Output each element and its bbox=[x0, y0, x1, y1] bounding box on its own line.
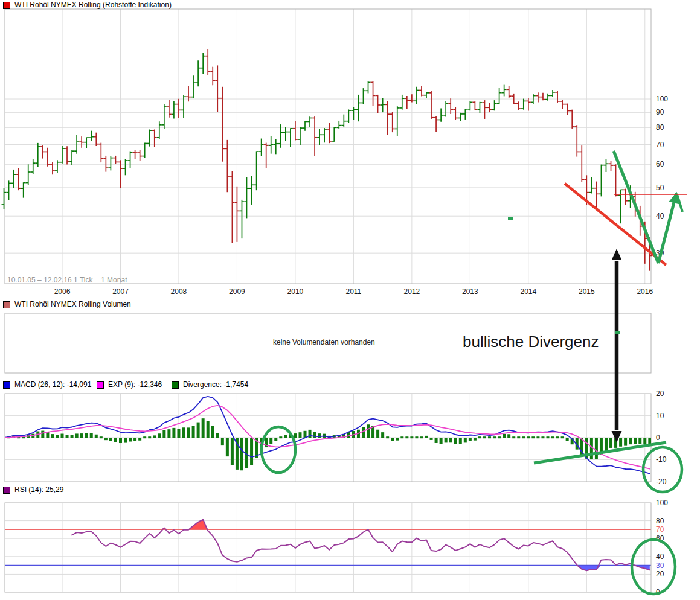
price-candles bbox=[2, 49, 652, 271]
price-panel-title: WTI Rohöl NYMEX Rolling (Rohstoffe Indik… bbox=[3, 1, 172, 9]
svg-text:2016: 2016 bbox=[637, 287, 653, 296]
svg-text:2013: 2013 bbox=[462, 287, 478, 296]
svg-text:10: 10 bbox=[656, 412, 664, 420]
price-up-arrow-green bbox=[658, 192, 679, 263]
macd-legend-item-macd: MACD (26, 12): -14,091 bbox=[3, 381, 91, 389]
rsi-legend-square bbox=[3, 487, 10, 494]
x-axis-year-labels: 2006200720082009201020112012201320142015… bbox=[54, 287, 653, 296]
svg-text:2014: 2014 bbox=[520, 287, 536, 296]
macd-legend-square bbox=[3, 381, 10, 389]
macd-legend-item-divergence: Divergence: -1,7454 bbox=[172, 381, 248, 389]
divergence-legend-label: Divergence: -1,7454 bbox=[183, 381, 248, 389]
macd-legend-item-exp: EXP (9): -12,346 bbox=[97, 381, 162, 389]
svg-text:40: 40 bbox=[656, 212, 664, 220]
svg-text:80: 80 bbox=[656, 123, 664, 132]
svg-text:50: 50 bbox=[656, 184, 664, 192]
rsi-panel-title: RSI (14): 25,29 bbox=[3, 486, 63, 494]
divergence-legend-square bbox=[172, 381, 179, 389]
macd-circle-2009 bbox=[262, 427, 295, 473]
green-dash-volume bbox=[615, 331, 620, 334]
svg-text:70: 70 bbox=[656, 141, 664, 149]
svg-text:-20: -20 bbox=[656, 477, 667, 486]
green-dash-price bbox=[508, 217, 513, 220]
svg-text:2009: 2009 bbox=[229, 287, 245, 296]
svg-text:0: 0 bbox=[656, 433, 660, 442]
chart-page: 1009080706050403020062007200820092010201… bbox=[0, 0, 700, 600]
macd-series bbox=[2, 397, 651, 474]
svg-text:2011: 2011 bbox=[345, 287, 361, 296]
svg-text:20: 20 bbox=[656, 389, 664, 398]
svg-text:2008: 2008 bbox=[171, 287, 187, 296]
rsi-axis-labels: 1008070604030200 bbox=[656, 499, 668, 596]
volume-legend-square bbox=[3, 301, 10, 308]
no-volume-data-message: keine Volumendaten vorhanden bbox=[273, 338, 375, 346]
svg-text:20: 20 bbox=[656, 570, 664, 578]
rsi-legend-label: RSI (14): 25,29 bbox=[14, 486, 63, 494]
price-legend-square bbox=[3, 2, 10, 9]
svg-text:2007: 2007 bbox=[112, 287, 129, 296]
svg-text:100: 100 bbox=[656, 95, 668, 103]
svg-text:-10: -10 bbox=[656, 455, 667, 464]
svg-text:40: 40 bbox=[656, 552, 664, 561]
svg-text:90: 90 bbox=[656, 108, 664, 116]
rsi-panel bbox=[5, 503, 651, 592]
svg-text:2015: 2015 bbox=[579, 287, 595, 296]
svg-text:100: 100 bbox=[656, 499, 668, 507]
svg-text:2006: 2006 bbox=[54, 287, 71, 296]
svg-text:2010: 2010 bbox=[287, 287, 304, 296]
divergence-double-arrow bbox=[612, 249, 622, 442]
annotations bbox=[262, 151, 687, 594]
volume-panel-title-label: WTI Rohöl NYMEX Rolling Volumen bbox=[14, 301, 131, 308]
exp-legend-label: EXP (9): -12,346 bbox=[108, 381, 162, 389]
date-range-label: 10.01.05 – 12.02.16 1 Tick = 1 Monat bbox=[7, 276, 127, 284]
exp-legend-square bbox=[97, 381, 104, 389]
macd-legend-label: MACD (26, 12): -14,091 bbox=[14, 381, 91, 389]
macd-axis-labels: 20100-10-20 bbox=[656, 389, 667, 486]
price-panel-grid bbox=[5, 9, 651, 284]
price-panel-title-label: WTI Rohöl NYMEX Rolling (Rohstoffe Indik… bbox=[14, 1, 172, 9]
bullish-divergence-annotation-text: bullische Divergenz bbox=[463, 333, 599, 351]
svg-text:80: 80 bbox=[656, 517, 664, 525]
svg-text:70: 70 bbox=[656, 525, 664, 534]
volume-panel-title: WTI Rohöl NYMEX Rolling Volumen bbox=[3, 301, 131, 308]
svg-text:30: 30 bbox=[656, 561, 664, 570]
svg-text:2012: 2012 bbox=[404, 287, 420, 296]
svg-text:60: 60 bbox=[656, 160, 664, 168]
